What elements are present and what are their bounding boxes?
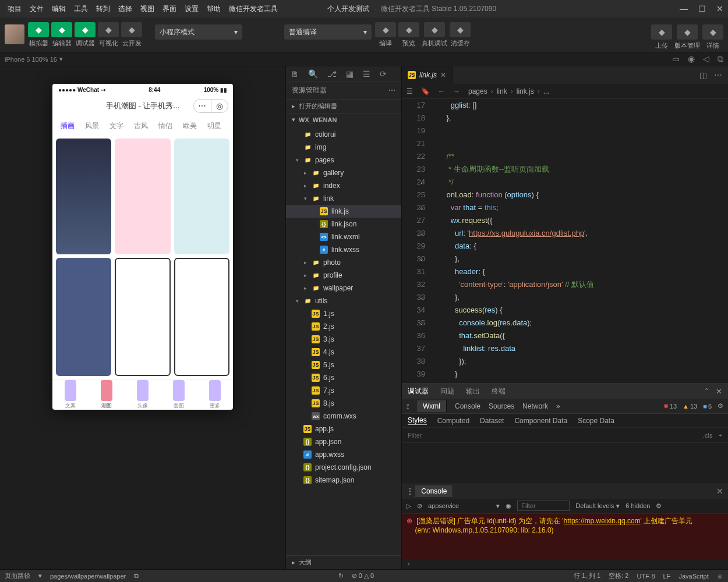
editor-tab[interactable]: JS link.js ✕ xyxy=(402,66,453,84)
nav-back-icon[interactable]: ← xyxy=(438,87,445,95)
eol[interactable]: LF xyxy=(663,573,671,580)
debugger-tab[interactable]: 问题 xyxy=(440,386,454,396)
tree-item[interactable]: ▾📁utils xyxy=(286,294,401,307)
nav-fwd-icon[interactable]: → xyxy=(453,87,460,95)
close-icon[interactable]: ✕ xyxy=(716,4,723,13)
bookmark-icon[interactable]: 🔖 xyxy=(421,87,430,95)
page-path-value[interactable]: pages/wallpaper/wallpaper xyxy=(50,573,126,580)
project-section[interactable]: ▾WX_WENAN xyxy=(286,113,401,126)
language-mode[interactable]: JavaScript xyxy=(678,573,708,580)
tree-item[interactable]: JS6.js xyxy=(286,371,401,384)
tree-item[interactable]: JS4.js xyxy=(286,346,401,359)
error-badge[interactable]: ⊗13 xyxy=(663,402,677,410)
diagnostics[interactable]: ⊘ 0 △ 0 xyxy=(352,572,374,580)
tree-item[interactable]: ▾📁link xyxy=(286,192,401,205)
nav-item[interactable]: 更多 xyxy=(197,380,233,410)
record-icon[interactable]: ◉ xyxy=(688,54,695,64)
tree-item[interactable]: JS5.js xyxy=(286,359,401,371)
toolbar-button[interactable]: ◆ xyxy=(75,22,96,37)
wallpaper-card[interactable] xyxy=(56,139,111,254)
toolbar-button[interactable]: ◆ xyxy=(702,24,723,40)
menu-item[interactable]: 微信开发者工具 xyxy=(226,3,281,15)
styles-subtab[interactable]: Scope Data xyxy=(578,417,614,425)
toolbar-button[interactable]: ◆ xyxy=(398,22,419,37)
tree-item[interactable]: ▸📁wallpaper xyxy=(286,282,401,294)
styles-subtab[interactable]: Styles xyxy=(408,416,427,425)
avatar[interactable] xyxy=(5,24,24,44)
levels-select[interactable]: Default levels▾ xyxy=(575,502,620,510)
category-tab[interactable]: 情侣 xyxy=(158,121,172,131)
toolbar-button[interactable]: ◆ xyxy=(28,22,49,37)
context-select[interactable]: appservice▾ xyxy=(428,502,500,510)
toolbar-button[interactable]: ◆ xyxy=(375,22,396,37)
tree-item[interactable]: #app.wxss xyxy=(286,448,401,461)
toolbar-button[interactable]: ◆ xyxy=(121,22,142,37)
tree-item[interactable]: {}app.json xyxy=(286,435,401,448)
tree-item[interactable]: JS8.js xyxy=(286,397,401,410)
drawer-menu-icon[interactable]: ⋮ xyxy=(407,487,414,495)
console-prompt[interactable]: › xyxy=(402,559,728,569)
debugger-tab[interactable]: 调试器 xyxy=(408,386,429,396)
nav-item[interactable]: 头像 xyxy=(125,380,161,410)
tree-item[interactable]: ▸📁photo xyxy=(286,256,401,269)
collapse-icon[interactable]: ˄ xyxy=(705,387,709,396)
home-icon[interactable]: ⧉ xyxy=(718,54,723,64)
tree-item[interactable]: #link.wxss xyxy=(286,243,401,256)
close-tab-icon[interactable]: ✕ xyxy=(440,71,446,79)
menu-item[interactable]: 视图 xyxy=(137,3,157,15)
styles-subtab[interactable]: Component Data xyxy=(514,417,567,425)
tree-item[interactable]: JSapp.js xyxy=(286,423,401,435)
nav-item[interactable]: 文案 xyxy=(52,380,89,410)
tree-item[interactable]: JS1.js xyxy=(286,307,401,320)
tree-item[interactable]: JS3.js xyxy=(286,333,401,346)
devtool-tab-network[interactable]: Network xyxy=(522,402,548,410)
wallpaper-card[interactable] xyxy=(174,258,229,376)
tree-item[interactable]: JS2.js xyxy=(286,320,401,333)
maximize-icon[interactable]: ☐ xyxy=(698,4,706,13)
tree-item[interactable]: JSlink.js xyxy=(286,205,401,218)
filter-icon[interactable]: ⟳ xyxy=(380,69,387,79)
info-badge[interactable]: ■6 xyxy=(703,403,712,410)
wallpaper-card[interactable] xyxy=(115,139,170,254)
breadcrumb[interactable]: pages›link›link.js›... xyxy=(468,87,549,95)
tree-item[interactable]: <>link.wxml xyxy=(286,230,401,243)
phone-icon[interactable]: ▭ xyxy=(672,54,680,64)
sync-icon[interactable]: ↻ xyxy=(338,572,344,580)
devtool-tab-sources[interactable]: Sources xyxy=(489,402,514,410)
menu-item[interactable]: 文件 xyxy=(27,3,47,15)
more-icon[interactable]: ⋯ xyxy=(388,86,395,94)
wallpaper-card[interactable] xyxy=(174,139,229,254)
open-editors-section[interactable]: ▸打开的编辑器 xyxy=(286,99,401,113)
category-tab[interactable]: 古风 xyxy=(134,121,148,131)
stop-icon[interactable]: ⊘ xyxy=(417,502,422,510)
tree-item[interactable]: {}project.config.json xyxy=(286,461,401,474)
eye-icon[interactable]: ◉ xyxy=(506,502,511,510)
nav-item[interactable]: 潮图 xyxy=(89,380,125,410)
menu-item[interactable]: 界面 xyxy=(160,3,179,15)
category-tab[interactable]: 文字 xyxy=(109,121,123,131)
add-style-icon[interactable]: + xyxy=(719,432,722,439)
close-drawer-icon[interactable]: ✕ xyxy=(716,487,723,496)
tree-item[interactable]: ▸📁profile xyxy=(286,269,401,282)
devtool-more-icon[interactable]: » xyxy=(556,402,560,410)
outline-section[interactable]: ▸大纲 xyxy=(286,555,401,569)
console-filter-input[interactable] xyxy=(517,501,570,511)
category-tab[interactable]: 欧美 xyxy=(183,121,197,131)
inspect-icon[interactable]: ⟟ xyxy=(407,402,409,410)
files-icon[interactable]: 🗎 xyxy=(291,69,299,79)
wallpaper-card[interactable] xyxy=(115,258,170,376)
tree-item[interactable]: JS7.js xyxy=(286,384,401,397)
category-tab[interactable]: 风景 xyxy=(85,121,99,131)
tree-item[interactable]: {}sitemap.json xyxy=(286,474,401,487)
menu-item[interactable]: 设置 xyxy=(182,3,202,15)
close-icon[interactable]: ✕ xyxy=(716,387,722,396)
tree-item[interactable]: 📁img xyxy=(286,141,401,154)
hidden-count[interactable]: 6 hidden xyxy=(625,502,650,509)
toolbar-button[interactable]: ◆ xyxy=(651,24,672,40)
debugger-tab[interactable]: 输出 xyxy=(466,386,480,396)
ext-icon[interactable]: ☰ xyxy=(363,69,370,79)
styles-subtab[interactable]: Computed xyxy=(437,417,469,425)
menu-item[interactable]: 帮助 xyxy=(204,3,224,15)
back-icon[interactable]: ◁ xyxy=(703,54,709,64)
branch-icon[interactable]: ⎇ xyxy=(327,69,337,79)
